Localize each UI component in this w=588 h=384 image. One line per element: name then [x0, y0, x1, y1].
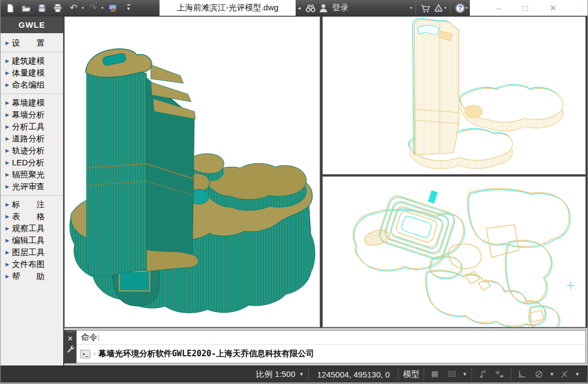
- viewport-3d-shaded[interactable]: [64, 16, 320, 327]
- sidebar-item[interactable]: ▶体量建模: [1, 67, 63, 79]
- quick-access-toolbar: ↶ ▾ ↷ ▾ ▾: [1, 0, 160, 16]
- expand-arrow-icon: ▶: [5, 136, 12, 141]
- expand-arrow-icon: ▶: [5, 250, 12, 255]
- sidebar-item[interactable]: ▶图层工具: [1, 246, 63, 258]
- sidebar-item-label: 体量建模: [12, 68, 45, 78]
- save-button[interactable]: [35, 2, 48, 15]
- sidebar-item-settings[interactable]: ▶设 置: [1, 37, 63, 49]
- selection-cycling-button[interactable]: [558, 368, 571, 381]
- undo-button[interactable]: ↶: [67, 2, 80, 15]
- toolbar-overflow-button[interactable]: ▾: [122, 2, 135, 15]
- object-snap-button[interactable]: [493, 368, 506, 381]
- user-button[interactable]: [317, 2, 330, 15]
- undo-dropdown[interactable]: ▾: [82, 5, 84, 10]
- status-bar: 比例 1:500 ▼ 1245004, 495130, 0 模型 ▼: [1, 366, 587, 384]
- model-plan: [353, 189, 574, 327]
- printer-icon: [52, 3, 63, 14]
- scale-label: 比例 1:500: [256, 369, 296, 380]
- new-file-button[interactable]: [4, 2, 17, 15]
- application-window: ↶ ▾ ↷ ▾ ▾ 上海前滩滨江-光评模型.dwg ◂ 登录: [0, 0, 588, 384]
- sidebar-item[interactable]: ▶建筑建模: [1, 55, 63, 67]
- model-space-button[interactable]: 模型: [399, 367, 424, 381]
- redo-dropdown[interactable]: ▾: [101, 5, 103, 10]
- expand-arrow-icon: ▶: [5, 58, 12, 64]
- command-prompt-dropdown[interactable]: ▾: [93, 351, 96, 356]
- open-folder-icon: [21, 3, 32, 14]
- command-history-line[interactable]: >_ ▾ 幕墙光环境分析软件GWLE2020-上海天乔信息科技有限公司: [77, 345, 585, 363]
- command-panel-grip[interactable]: ✕: [64, 330, 76, 363]
- sidebar-item[interactable]: ▶帮 助: [1, 270, 63, 282]
- window-controls: – □ ✕: [470, 0, 587, 16]
- maximize-button[interactable]: □: [523, 3, 528, 13]
- selection-cycling-icon: [559, 369, 570, 380]
- redo-button[interactable]: ↷: [87, 2, 100, 15]
- command-prompt-icon[interactable]: >_: [80, 350, 90, 358]
- viewport-3d-wireframe[interactable]: [322, 16, 586, 175]
- sidebar-item[interactable]: ▶幕墙分析: [1, 109, 63, 121]
- drag-handle-icon[interactable]: [66, 331, 74, 333]
- sidebar-separator: [1, 195, 63, 196]
- model-wireframe: [409, 18, 563, 169]
- isodraft-dropdown-icon[interactable]: ▼: [549, 371, 554, 377]
- sidebar-item[interactable]: ▶轨迹分析: [1, 145, 63, 157]
- sidebar-item-label: 表 格: [12, 212, 45, 222]
- command-window[interactable]: 命令: >_ ▾ 幕墙光环境分析软件GWLE2020-上海天乔信息科技有限公司: [76, 330, 586, 363]
- polar-tracking-icon: [477, 369, 488, 380]
- drawing-column: .wy { stroke:#eec87a; fill:none; stroke-…: [64, 16, 587, 366]
- sidebar-item[interactable]: ▶LED分析: [1, 157, 63, 169]
- document-title: 上海前滩滨江-光评模型.dwg: [160, 0, 296, 16]
- undo-icon: ↶: [70, 3, 77, 13]
- grid-dropdown-icon[interactable]: ▼: [462, 371, 467, 377]
- scale-dropdown-icon[interactable]: ▼: [299, 371, 304, 377]
- sidebar-item-label: 观察工具: [12, 224, 45, 234]
- command-prompt-line[interactable]: 命令:: [77, 331, 585, 345]
- viewport-plan-wireframe[interactable]: .wy { stroke:#eec87a; fill:none; stroke-…: [322, 176, 586, 327]
- search-button[interactable]: [304, 2, 317, 15]
- login-label[interactable]: 登录: [332, 3, 348, 13]
- sidebar-item[interactable]: ▶表 格: [1, 210, 63, 222]
- minimize-button[interactable]: –: [497, 3, 501, 13]
- ortho-mode-button[interactable]: [516, 368, 529, 381]
- sidebar-item[interactable]: ▶观察工具: [1, 222, 63, 234]
- store-button[interactable]: [419, 2, 432, 15]
- expand-arrow-icon: ▶: [5, 112, 12, 117]
- sidebar-item[interactable]: ▶道路分析: [1, 133, 63, 145]
- sidebar-item[interactable]: ▶编辑工具: [1, 234, 63, 246]
- scale-control[interactable]: 比例 1:500 ▼: [252, 367, 309, 381]
- command-history-text: 幕墙光环境分析软件GWLE2020-上海天乔信息科技有限公司: [99, 349, 314, 359]
- sidebar-item[interactable]: ▶命名编组: [1, 79, 63, 91]
- community-dropdown[interactable]: ▾: [444, 5, 446, 10]
- sidebar-item[interactable]: ▶光评审查: [1, 181, 63, 193]
- expand-arrow-icon: ▶: [5, 160, 12, 165]
- help-button[interactable]: ?: [454, 2, 467, 15]
- title-bar: ↶ ▾ ↷ ▾ ▾ 上海前滩滨江-光评模型.dwg ◂ 登录: [1, 0, 587, 16]
- grid-dots-icon: [446, 369, 457, 380]
- expand-arrow-icon: ▶: [5, 124, 12, 129]
- model-3d-canvas: [65, 17, 320, 327]
- community-button[interactable]: [432, 2, 445, 15]
- sidebar-item[interactable]: ▶分析工具: [1, 121, 63, 133]
- expand-arrow-icon: ▶: [5, 238, 12, 243]
- sidebar-item[interactable]: ▶标 注: [1, 199, 63, 210]
- grid-display-button[interactable]: [445, 368, 458, 381]
- sidebar-separator: [1, 52, 63, 52]
- print-button[interactable]: [51, 2, 64, 15]
- login-dropdown[interactable]: ▾: [410, 5, 412, 10]
- wrench-icon[interactable]: [66, 344, 75, 353]
- viewport-area: .wy { stroke:#eec87a; fill:none; stroke-…: [64, 16, 587, 328]
- close-button[interactable]: ✕: [549, 3, 556, 13]
- selection-dropdown-icon[interactable]: ▼: [575, 371, 580, 377]
- sidebar-item[interactable]: ▶文件布图: [1, 258, 63, 270]
- command-close-button[interactable]: ✕: [68, 335, 74, 342]
- open-file-button[interactable]: [20, 2, 33, 15]
- polar-tracking-button[interactable]: [476, 368, 489, 381]
- sidebar-item-label: 编辑工具: [12, 236, 45, 246]
- sidebar-item-label: 图层工具: [12, 247, 45, 258]
- display-settings-button[interactable]: [106, 2, 119, 15]
- help-dropdown[interactable]: ▾: [465, 5, 468, 10]
- sidebar-item[interactable]: ▶幕墙建模: [1, 97, 63, 109]
- snap-grid-button[interactable]: [428, 368, 442, 381]
- sidebar-item[interactable]: ▶辐照聚光: [1, 169, 63, 181]
- collapse-toolbar-icon[interactable]: ◂: [298, 5, 301, 11]
- isodraft-button[interactable]: [532, 368, 546, 381]
